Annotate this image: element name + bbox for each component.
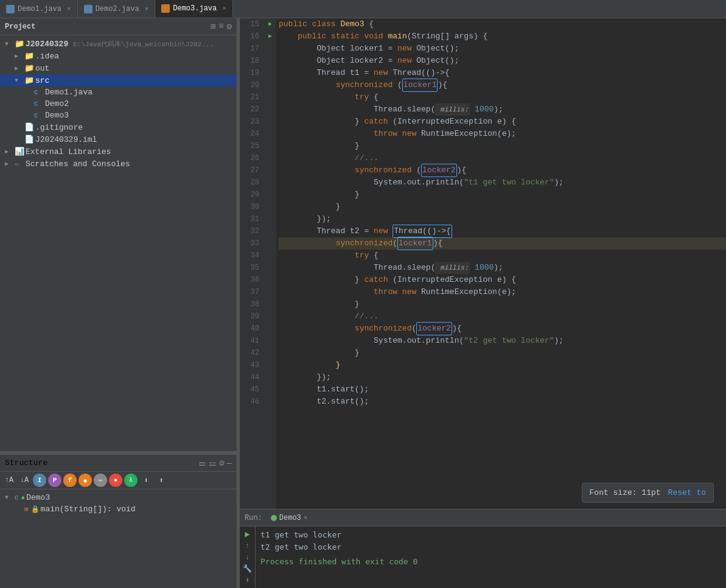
line-num: 16 bbox=[240, 30, 259, 43]
line-num: 41 bbox=[240, 335, 259, 347]
tree-item-demo1java[interactable]: C Demo1.java bbox=[0, 86, 237, 98]
layout-icon[interactable]: ⊞ bbox=[211, 21, 215, 32]
sort-icon[interactable]: ≡ bbox=[218, 21, 223, 32]
code-line-39: //... bbox=[279, 310, 726, 323]
btn-p[interactable]: P bbox=[48, 474, 61, 487]
minimize-icon[interactable]: — bbox=[227, 458, 232, 468]
tree-item-src[interactable]: ▼ 📁 src bbox=[0, 74, 237, 86]
tree-item-label: J20240329 E:\Java代码库\java_weicanbin\J202… bbox=[26, 40, 214, 49]
btn-down-arrow[interactable]: ⬇ bbox=[139, 474, 153, 487]
code-line-26: //... bbox=[279, 152, 726, 164]
code-line-34: try { bbox=[279, 250, 726, 262]
java-file-icon bbox=[84, 5, 92, 13]
tab-demo3-label: Demo3.java bbox=[173, 4, 217, 13]
code-line-43: } bbox=[279, 359, 726, 371]
structure-tree: ▼ C ● Demo3 m 🔒 main(String[]): void bbox=[0, 489, 237, 588]
tab-demo1[interactable]: Demo1.java × bbox=[0, 0, 78, 18]
line-num: 29 bbox=[240, 189, 259, 201]
line-num: 45 bbox=[240, 383, 259, 396]
tab-demo2-close[interactable]: × bbox=[145, 5, 149, 13]
sort-alpha-desc-button[interactable]: ↓A bbox=[18, 474, 31, 487]
btn-lambda[interactable]: λ bbox=[124, 474, 138, 487]
tree-item-gitignore[interactable]: 📄 .gitignore bbox=[0, 121, 237, 133]
run-tab-demo3[interactable]: Demo3 × bbox=[267, 513, 312, 523]
java-icon: C bbox=[34, 112, 45, 119]
line-num: 33 bbox=[240, 237, 259, 250]
struct-item-label: Demo3 bbox=[26, 493, 50, 502]
run-rerun-button[interactable]: ↑ bbox=[241, 541, 254, 551]
class-icon: C bbox=[15, 494, 19, 502]
tree-item-idea[interactable]: ▶ 📁 .idea bbox=[0, 50, 237, 62]
line-num: 40 bbox=[240, 323, 259, 335]
btn-i[interactable]: I bbox=[33, 474, 46, 487]
run-stop-button[interactable]: ↓ bbox=[241, 552, 254, 562]
font-size-label: Font size: 11pt bbox=[590, 488, 661, 497]
breakpoint-arrow[interactable]: ▶ bbox=[264, 30, 276, 43]
sync-box-locker2-2: locker2 bbox=[416, 322, 452, 335]
code-line-23: } catch (InterruptedException e) { bbox=[279, 116, 726, 128]
tree-item-scratches[interactable]: ▶ ✏️ Scratches and Consoles bbox=[0, 158, 237, 170]
gutter-empty bbox=[264, 128, 276, 140]
gear-icon[interactable]: ⚙ bbox=[219, 458, 224, 468]
code-line-18: Object locker2 = new Object(); bbox=[279, 55, 726, 67]
gutter-empty bbox=[264, 310, 276, 323]
struct-item-demo3[interactable]: ▼ C ● Demo3 bbox=[0, 492, 237, 503]
btn-scissors[interactable]: ✂ bbox=[94, 474, 107, 487]
gutter-empty bbox=[264, 359, 276, 371]
font-size-reset-link[interactable]: Reset to bbox=[668, 488, 706, 497]
run-output: t1 get two locker t2 get two locker Proc… bbox=[256, 527, 726, 588]
code-line-45: t1.start(); bbox=[279, 383, 726, 396]
thread-box: Thread(()->{ bbox=[393, 225, 452, 238]
tab-demo3-close[interactable]: × bbox=[222, 5, 226, 12]
code-line-35: Thread.sleep( millis: 1000); bbox=[279, 262, 726, 274]
tab-demo3[interactable]: Demo3.java × bbox=[155, 0, 233, 18]
btn-up-arrow[interactable]: ⬆ bbox=[155, 474, 168, 487]
code-line-38: } bbox=[279, 298, 726, 310]
run-output-line: t1 get two locker bbox=[260, 529, 721, 541]
code-line-29: } bbox=[279, 189, 726, 201]
code-line-31: }); bbox=[279, 213, 726, 225]
run-tab-close[interactable]: × bbox=[304, 514, 308, 522]
tree-item-out[interactable]: ▶ 📁 out bbox=[0, 62, 237, 74]
tab-demo2[interactable]: Demo2.java × bbox=[78, 0, 156, 18]
struct-item-label: main(String[]): void bbox=[41, 505, 136, 514]
libs-icon: 📊 bbox=[15, 147, 26, 156]
tree-item-extlibs[interactable]: ▶ 📊 External Libraries bbox=[0, 145, 237, 158]
class-visibility-icon: ● bbox=[21, 494, 26, 502]
btn-circle[interactable]: ● bbox=[109, 474, 122, 487]
breakpoint-arrow[interactable]: ▶ bbox=[264, 18, 276, 30]
gutter-empty bbox=[264, 201, 276, 213]
line-num: 36 bbox=[240, 274, 259, 286]
align-icon[interactable]: ⚌ bbox=[198, 458, 206, 468]
code-line-42: } bbox=[279, 347, 726, 359]
file-icon: 📄 bbox=[24, 122, 35, 132]
align2-icon[interactable]: ⚍ bbox=[209, 458, 217, 468]
run-play-button[interactable]: ▶ bbox=[241, 529, 254, 539]
gutter-empty bbox=[264, 347, 276, 359]
line-num: 19 bbox=[240, 67, 259, 79]
gutter-empty bbox=[264, 55, 276, 67]
sort-alpha-asc-button[interactable]: ↑A bbox=[2, 474, 16, 487]
tree-item-root[interactable]: ▼ 📁 J20240329 E:\Java代码库\java_weicanbin\… bbox=[0, 38, 237, 50]
tab-demo2-label: Demo2.java bbox=[96, 5, 139, 13]
run-wrench-button[interactable]: 🔧 bbox=[241, 564, 254, 574]
file-icon: 📄 bbox=[24, 135, 35, 144]
line-num: 37 bbox=[240, 286, 259, 298]
tab-demo1-close[interactable]: × bbox=[67, 5, 71, 13]
tree-item-iml[interactable]: 📄 J20240329.iml bbox=[0, 133, 237, 145]
tree-item-demo3[interactable]: C Demo3 bbox=[0, 110, 237, 121]
gutter-empty bbox=[264, 371, 276, 383]
btn-orange[interactable]: ◆ bbox=[79, 474, 92, 487]
tab-demo1-label: Demo1.java bbox=[18, 5, 61, 13]
code-content[interactable]: public class Demo3 { public static void … bbox=[276, 18, 726, 509]
tree-item-label: out bbox=[35, 64, 49, 73]
btn-f[interactable]: f bbox=[63, 474, 77, 487]
gear-icon[interactable]: ⚙ bbox=[227, 21, 232, 32]
line-num: 32 bbox=[240, 225, 259, 237]
run-down-button[interactable]: ⬇ bbox=[241, 575, 254, 586]
gutter-empty bbox=[264, 396, 276, 408]
struct-item-main[interactable]: m 🔒 main(String[]): void bbox=[0, 503, 237, 515]
project-tree: ▼ 📁 J20240329 E:\Java代码库\java_weicanbin\… bbox=[0, 35, 237, 451]
tree-item-demo2[interactable]: C Demo2 bbox=[0, 98, 237, 110]
gutter-empty bbox=[264, 213, 276, 225]
